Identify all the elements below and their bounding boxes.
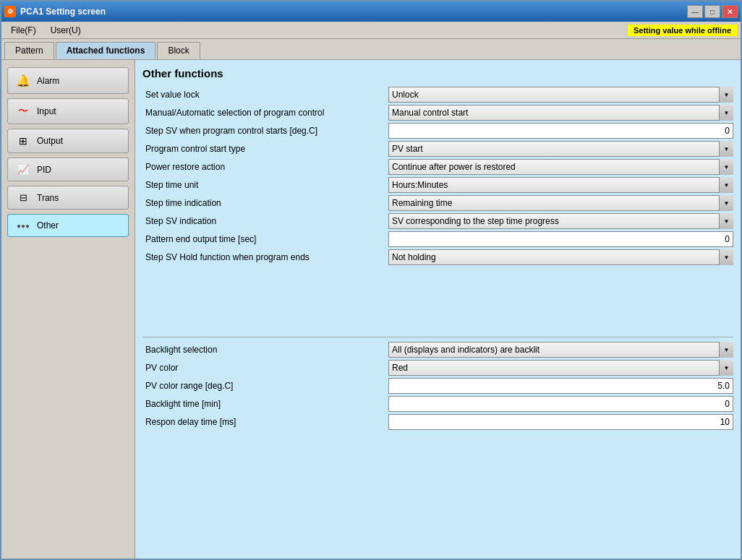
row-backlight-time: Backlight time [min] xyxy=(142,396,733,412)
select-backlight-selection[interactable]: All (displays and indicators) are backli… xyxy=(388,342,733,358)
main-content: 🔔 Alarm 〜 Input ⊞ Output 📈 PID ⊟ Trans ●… xyxy=(1,59,741,559)
close-button[interactable]: ✕ xyxy=(722,5,738,18)
menu-items: File(F) User(U) xyxy=(4,23,88,38)
control-step-sv-start xyxy=(388,123,733,139)
dropdown-wrap-step-sv-hold: Not holding Holding ▼ xyxy=(388,249,733,265)
dropdown-wrap-backlight-selection: All (displays and indicators) are backli… xyxy=(388,342,733,358)
spacer3 xyxy=(142,311,733,332)
control-set-value-lock: Unlock Lock ▼ xyxy=(388,87,733,103)
label-step-sv-indication: Step SV indication xyxy=(142,214,388,228)
label-step-sv-hold: Step SV Hold function when program ends xyxy=(142,250,388,264)
label-step-time-unit: Step time unit xyxy=(142,178,388,192)
label-step-sv-start: Step SV when program control starts [deg… xyxy=(142,124,388,138)
control-program-control-start-type: PV start SV start ▼ xyxy=(388,141,733,157)
select-step-sv-hold[interactable]: Not holding Holding xyxy=(388,249,733,265)
select-step-time-indication[interactable]: Remaining time Elapsed time xyxy=(388,195,733,211)
dropdown-wrap-step-sv-indication: SV corresponding to the step time progre… xyxy=(388,213,733,229)
tab-pattern[interactable]: Pattern xyxy=(4,42,54,59)
control-step-sv-indication: SV corresponding to the step time progre… xyxy=(388,213,733,229)
label-pv-color: PV color xyxy=(142,361,388,375)
input-pv-color-range[interactable] xyxy=(388,378,733,394)
dropdown-wrap-program-control-start-type: PV start SV start ▼ xyxy=(388,141,733,157)
row-step-sv-hold: Step SV Hold function when program ends … xyxy=(142,249,733,265)
select-pv-color[interactable]: Red Green Blue xyxy=(388,360,733,376)
sidebar-label-alarm: Alarm xyxy=(37,76,59,86)
content-area: Other functions Set value lock Unlock Lo… xyxy=(135,60,741,559)
separator xyxy=(142,337,733,337)
label-backlight-selection: Backlight selection xyxy=(142,343,388,357)
menu-user[interactable]: User(U) xyxy=(44,23,88,38)
label-set-value-lock: Set value lock xyxy=(142,87,388,102)
select-step-sv-indication[interactable]: SV corresponding to the step time progre… xyxy=(388,213,733,229)
title-buttons: — □ ✕ xyxy=(687,5,738,18)
input-pattern-end-output-time[interactable] xyxy=(388,231,733,247)
control-power-restore: Continue after power is restored Stop ▼ xyxy=(388,159,733,175)
control-pv-color-range xyxy=(388,378,733,394)
sidebar-item-alarm[interactable]: 🔔 Alarm xyxy=(7,67,129,94)
input-respon-delay-time[interactable] xyxy=(388,414,733,430)
row-step-time-indication: Step time indication Remaining time Elap… xyxy=(142,195,733,211)
row-power-restore: Power restore action Continue after powe… xyxy=(142,159,733,175)
section-title: Other functions xyxy=(142,67,733,79)
select-program-control-start-type[interactable]: PV start SV start xyxy=(388,141,733,157)
row-step-time-unit: Step time unit Hours:Minutes Minutes:Sec… xyxy=(142,177,733,193)
minimize-button[interactable]: — xyxy=(687,5,703,18)
alarm-icon: 🔔 xyxy=(15,74,31,87)
label-step-time-indication: Step time indication xyxy=(142,196,388,210)
input-step-sv-start[interactable] xyxy=(388,123,733,139)
sidebar-item-pid[interactable]: 📈 PID xyxy=(7,158,129,181)
offline-badge: Setting value while offline xyxy=(627,24,738,37)
dropdown-wrap-set-value-lock: Unlock Lock ▼ xyxy=(388,87,733,103)
menu-file[interactable]: File(F) xyxy=(4,23,43,38)
trans-icon: ⊟ xyxy=(15,192,31,203)
other-icon: ●●● xyxy=(15,222,31,230)
control-backlight-selection: All (displays and indicators) are backli… xyxy=(388,342,733,358)
input-backlight-time[interactable] xyxy=(388,396,733,412)
row-step-sv-indication: Step SV indication SV corresponding to t… xyxy=(142,213,733,229)
dropdown-wrap-step-time-unit: Hours:Minutes Minutes:Seconds ▼ xyxy=(388,177,733,193)
control-respon-delay-time xyxy=(388,414,733,430)
maximize-button[interactable]: □ xyxy=(704,5,720,18)
label-manual-auto: Manual/Automatic selection of program co… xyxy=(142,105,388,120)
select-power-restore[interactable]: Continue after power is restored Stop xyxy=(388,159,733,175)
tab-block[interactable]: Block xyxy=(157,42,200,59)
tabs: Pattern Attached functions Block xyxy=(1,39,741,59)
title-bar: ⚙ PCA1 Setting screen — □ ✕ xyxy=(1,1,741,22)
label-program-control-start-type: Program control start type xyxy=(142,142,388,156)
control-step-time-unit: Hours:Minutes Minutes:Seconds ▼ xyxy=(388,177,733,193)
sidebar-item-other[interactable]: ●●● Other xyxy=(7,214,129,237)
control-pattern-end-output-time xyxy=(388,231,733,247)
row-manual-auto: Manual/Automatic selection of program co… xyxy=(142,105,733,121)
label-pv-color-range: PV color range [deg.C] xyxy=(142,379,388,393)
dropdown-wrap-manual-auto: Manual control start Automatic control s… xyxy=(388,105,733,121)
main-window: ⚙ PCA1 Setting screen — □ ✕ File(F) User… xyxy=(0,0,742,560)
row-pattern-end-output-time: Pattern end output time [sec] xyxy=(142,231,733,247)
row-step-sv-start: Step SV when program control starts [deg… xyxy=(142,123,733,139)
sidebar-item-input[interactable]: 〜 Input xyxy=(7,98,129,124)
menu-bar: File(F) User(U) Setting value while offl… xyxy=(1,22,741,39)
label-pattern-end-output-time: Pattern end output time [sec] xyxy=(142,232,388,246)
pid-icon: 📈 xyxy=(15,164,31,175)
spacer2 xyxy=(142,289,733,311)
row-backlight-selection: Backlight selection All (displays and in… xyxy=(142,342,733,358)
dropdown-wrap-step-time-indication: Remaining time Elapsed time ▼ xyxy=(388,195,733,211)
row-respon-delay-time: Respon delay time [ms] xyxy=(142,414,733,430)
sidebar-label-pid: PID xyxy=(37,165,51,175)
sidebar-label-trans: Trans xyxy=(37,193,59,203)
control-backlight-time xyxy=(388,396,733,412)
row-pv-color: PV color Red Green Blue ▼ xyxy=(142,360,733,376)
window-title: PCA1 Setting screen xyxy=(20,7,106,17)
sidebar: 🔔 Alarm 〜 Input ⊞ Output 📈 PID ⊟ Trans ●… xyxy=(1,60,135,559)
select-step-time-unit[interactable]: Hours:Minutes Minutes:Seconds xyxy=(388,177,733,193)
app-icon: ⚙ xyxy=(4,6,16,17)
select-manual-auto[interactable]: Manual control start Automatic control s… xyxy=(388,105,733,121)
sidebar-item-trans[interactable]: ⊟ Trans xyxy=(7,186,129,210)
title-bar-left: ⚙ PCA1 Setting screen xyxy=(4,6,106,17)
tab-attached-functions[interactable]: Attached functions xyxy=(56,42,156,59)
sidebar-label-input: Input xyxy=(37,106,56,116)
label-respon-delay-time: Respon delay time [ms] xyxy=(142,415,388,429)
spacer xyxy=(142,267,733,289)
sidebar-item-output[interactable]: ⊞ Output xyxy=(7,129,129,153)
sidebar-label-other: Other xyxy=(37,220,59,231)
select-set-value-lock[interactable]: Unlock Lock xyxy=(388,87,733,103)
